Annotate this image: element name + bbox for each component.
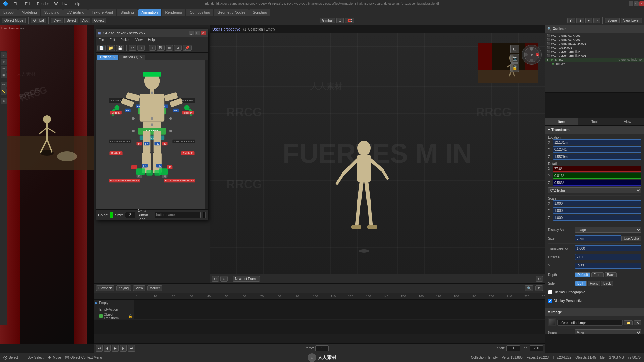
timeline-filter[interactable]: 🔍 xyxy=(525,285,533,291)
menu-render[interactable]: Render xyxy=(34,0,52,7)
source-select[interactable]: Movie xyxy=(575,329,641,334)
view-btn[interactable]: View xyxy=(51,18,63,23)
location-y-input[interactable] xyxy=(553,146,641,153)
xpose-save[interactable]: 💾 xyxy=(116,45,124,51)
size-input[interactable] xyxy=(575,235,621,241)
proportional-edit[interactable]: ⊙ xyxy=(336,18,344,23)
viewport-grid[interactable]: FUERTES M IN RRCG RRCG RRCG 人人素材 xyxy=(210,33,545,274)
menu-edit[interactable]: Edit xyxy=(22,0,34,7)
prev-frame-btn[interactable]: ⏴ xyxy=(104,345,111,352)
tab-rendering[interactable]: Rendering xyxy=(162,9,185,16)
depth-front-btn[interactable]: Front xyxy=(591,272,604,277)
xpose-redo[interactable]: ↪ xyxy=(137,45,145,51)
xpose-tab-untitled[interactable]: Untitled ✕ xyxy=(97,55,118,60)
viewport-select-mode[interactable]: ⊙ xyxy=(212,276,219,282)
image-header[interactable]: ▾ Image xyxy=(545,308,644,316)
add-btn[interactable]: Add xyxy=(80,18,91,23)
display-ortho-checkbox[interactable] xyxy=(548,290,552,294)
scene-label[interactable]: Scene xyxy=(605,18,619,23)
current-frame-input[interactable] xyxy=(315,345,329,351)
use-alpha-btn[interactable]: Use Alpha xyxy=(621,236,641,241)
image-name-input[interactable] xyxy=(557,320,623,326)
rotation-mode-select[interactable]: XYZ Euler xyxy=(548,187,641,193)
xpose-menu-help[interactable]: Help xyxy=(147,37,156,43)
select-btn[interactable]: Select xyxy=(64,18,78,23)
play-btn[interactable]: ▶ xyxy=(112,345,119,352)
gimbal-right-btn[interactable]: Gimbal xyxy=(320,18,335,23)
menu-window[interactable]: Window xyxy=(52,0,70,7)
menu-help[interactable]: Help xyxy=(70,0,83,7)
jump-start-btn[interactable]: ⏮ xyxy=(96,345,103,352)
material-preview-btn[interactable]: ◑ xyxy=(576,18,584,23)
viewport-cursor[interactable]: ⊕ xyxy=(220,276,228,282)
timeline-keying-label[interactable]: Keying xyxy=(116,285,131,291)
tool-scale[interactable]: ⇔ xyxy=(1,66,7,72)
offset-y-input[interactable] xyxy=(575,263,641,269)
depth-default-btn[interactable]: Default xyxy=(575,272,590,277)
tab-modeling[interactable]: Modeling xyxy=(18,9,40,16)
start-frame-input[interactable] xyxy=(506,345,520,351)
depth-back-btn[interactable]: Back xyxy=(605,272,617,277)
offset-x-input[interactable] xyxy=(575,254,641,260)
end-frame-input[interactable] xyxy=(530,345,543,351)
lock-btn[interactable]: 🔒 xyxy=(510,63,519,72)
snap-btn[interactable]: 🧲 xyxy=(345,18,354,23)
xpose-scrollbar[interactable] xyxy=(205,60,208,212)
tab-animation[interactable]: Animation xyxy=(138,9,161,16)
side-back-btn[interactable]: Back xyxy=(601,281,613,286)
xpose-titlebar[interactable]: ⊞ X-Pose Picker - beefy.xpix _ □ ✕ xyxy=(96,29,208,37)
outliner-empty-item-2[interactable]: Empty xyxy=(545,62,644,66)
side-both-btn[interactable]: Both xyxy=(575,281,587,286)
xpose-color-swatch[interactable] xyxy=(110,212,113,218)
track-expand[interactable]: ▶ xyxy=(95,301,98,305)
view-layer-btn[interactable]: View Layer xyxy=(621,18,642,23)
solid-view-btn[interactable]: ● xyxy=(585,18,592,23)
xpose-new[interactable]: 📄 xyxy=(97,45,106,51)
tool-rotate[interactable]: ↻ xyxy=(1,59,7,65)
menu-file[interactable]: File xyxy=(11,0,22,7)
center-viewport[interactable]: ⊞ X-Pose Picker - beefy.xpix _ □ ✕ File … xyxy=(94,25,545,283)
xpose-tab-close-1[interactable]: ✕ xyxy=(113,56,116,59)
timeline-view-label[interactable]: View xyxy=(133,285,145,291)
object-mode-dropdown[interactable]: Object Mode xyxy=(2,18,26,23)
blender-logo[interactable]: 🔷 xyxy=(0,1,11,6)
tab-geometry-nodes[interactable]: Geometry Nodes xyxy=(214,9,249,16)
outliner-item-6[interactable]: ⬛WGT-upper_arm_ik.R.001 xyxy=(545,54,644,58)
tab-compositing[interactable]: Compositing xyxy=(186,9,213,16)
playhead[interactable] xyxy=(135,300,135,334)
image-browse-btn[interactable]: 📁 xyxy=(624,320,633,325)
location-x-input[interactable] xyxy=(553,139,641,145)
tool-annotate[interactable]: ✏ xyxy=(1,82,7,88)
rp-tab-item[interactable]: Item xyxy=(545,118,578,125)
xpose-menu-view[interactable]: View xyxy=(134,37,144,43)
rotation-z-input[interactable] xyxy=(553,180,641,186)
xpose-pin-btn[interactable]: 📌 xyxy=(183,45,192,51)
next-frame-btn[interactable]: ⏵ xyxy=(120,345,127,352)
timeline-tracks[interactable]: ▶ Empty EmptyAction Object Transform 🔒 xyxy=(94,300,545,334)
xpose-color-b-swatch[interactable] xyxy=(203,212,206,218)
xpose-close[interactable]: ✕ xyxy=(201,31,206,35)
gimbal-btn[interactable]: Gimbal xyxy=(31,18,46,23)
maximize-button[interactable]: □ xyxy=(634,1,639,6)
camera-btn[interactable]: 📷 xyxy=(510,54,519,63)
tool-move[interactable]: ↔ xyxy=(1,52,7,58)
tool-cursor[interactable]: ⊕ xyxy=(1,98,7,104)
xpose-tab-close-2[interactable]: ✕ xyxy=(140,56,143,59)
tab-texture-paint[interactable]: Texture Paint xyxy=(88,9,116,16)
perspective-toggle[interactable]: ⊡ xyxy=(510,45,519,53)
rotation-x-input[interactable] xyxy=(553,166,641,172)
nav-gizmo-sphere[interactable]: Z X xyxy=(522,45,542,65)
wireframe-btn[interactable]: ○ xyxy=(593,18,600,23)
scale-z-input[interactable] xyxy=(553,215,641,221)
xpose-open[interactable]: 📁 xyxy=(107,45,115,51)
outliner-item-1[interactable]: ⬛WGT-thumb.01.R.001 xyxy=(545,34,644,38)
tool-transform[interactable]: ⊞ xyxy=(1,72,7,78)
xpose-size-input[interactable] xyxy=(125,212,135,218)
xpose-add-btn[interactable]: + xyxy=(149,45,156,51)
tab-shading[interactable]: Shading xyxy=(117,9,137,16)
xpose-menu-edit[interactable]: Edit xyxy=(108,37,116,43)
object-btn[interactable]: Object xyxy=(92,18,106,23)
xpose-img-btn[interactable]: 🖼 xyxy=(157,45,165,51)
display-persp-checkbox[interactable] xyxy=(548,299,552,303)
outliner-item-4[interactable]: ⬛WGT-toe.R.001 xyxy=(545,46,644,50)
